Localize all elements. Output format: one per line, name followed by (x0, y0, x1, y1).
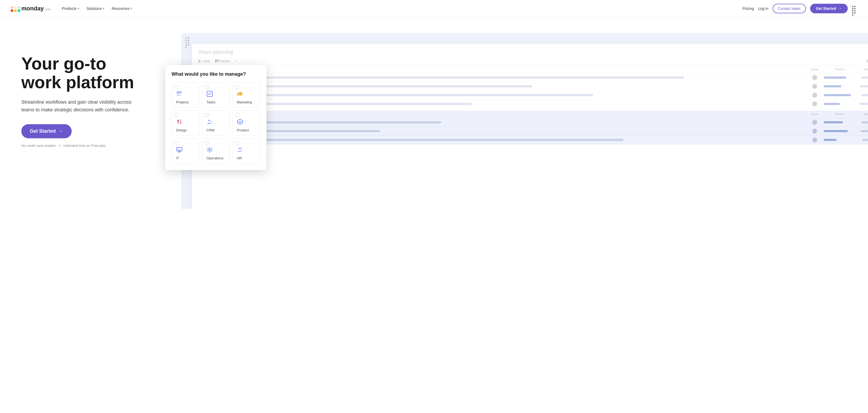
checkbox-marketing[interactable] (235, 85, 239, 89)
modal-item-it[interactable]: IT (172, 138, 199, 164)
dashboard-background: Team planning ··· Gantt Kanban + (181, 33, 868, 209)
status-bar (859, 103, 868, 105)
modal-item-projects[interactable]: Projects (172, 82, 199, 108)
hero-left: Your go-towork platform Streamline workf… (21, 33, 160, 148)
status-bar (862, 94, 868, 96)
nav-resources[interactable]: Resources ▾ (109, 5, 134, 12)
hero-title: Your go-towork platform (21, 54, 160, 92)
modal-item-hr[interactable]: HR (232, 138, 260, 164)
get-started-hero-button[interactable]: Get Started → (21, 124, 72, 138)
nav-pricing-link[interactable]: Pricing (743, 6, 754, 11)
row-owner (807, 75, 823, 80)
svg-point-5 (18, 6, 20, 9)
projects-icon (176, 91, 183, 97)
checkbox-product[interactable] (235, 113, 239, 117)
svg-point-40 (240, 148, 242, 149)
svg-marker-33 (239, 121, 241, 123)
tasks-icon-wrap (207, 91, 213, 98)
svg-point-38 (209, 149, 211, 151)
timeline-bar (824, 130, 848, 132)
svg-rect-20 (177, 92, 182, 92)
checkbox-projects[interactable] (175, 85, 178, 89)
apps-grid-icon[interactable] (852, 6, 857, 11)
modal-item-marketing[interactable]: Marketing (232, 82, 260, 108)
chevron-down-icon: ▾ (103, 7, 104, 10)
svg-rect-9 (215, 59, 216, 63)
marketing-icon-wrap (237, 91, 243, 98)
col-timeline-2: Timeline (824, 113, 856, 116)
checkbox-it[interactable] (175, 141, 178, 145)
svg-point-19 (814, 139, 815, 140)
modal-item-crm[interactable]: CRM (202, 110, 230, 136)
chevron-down-icon: ▾ (78, 7, 79, 10)
row-owner (807, 137, 823, 142)
navbar: monday.com Products ▾ Solutions ▾ Resour… (0, 0, 868, 17)
get-started-nav-button[interactable]: Get Started → (810, 4, 848, 13)
panel-header: Team planning ··· (192, 44, 868, 55)
modal-item-operations[interactable]: Operations (202, 138, 230, 164)
table-section-1: Owner Timeline Status Date + Sep 02 (192, 66, 868, 108)
svg-point-18 (814, 130, 815, 131)
hero-subtitle: Streamline workflows and gain clear visi… (21, 98, 138, 114)
dashboard-panel: Team planning ··· Gantt Kanban + (192, 44, 868, 209)
checkbox-crm[interactable] (205, 113, 209, 117)
checkbox-hr[interactable] (235, 141, 239, 145)
logo[interactable]: monday.com (11, 5, 51, 12)
tab-add[interactable]: + (235, 56, 237, 66)
col-status-2: Status (857, 113, 868, 116)
projects-label: Projects (176, 100, 189, 104)
nav-products[interactable]: Products ▾ (59, 5, 82, 12)
timeline-bar (824, 121, 843, 123)
timeline-bar (824, 139, 837, 141)
svg-rect-26 (177, 120, 179, 122)
modal-grid: Projects Tasks (172, 82, 260, 164)
status-bar (860, 85, 868, 87)
svg-point-0 (11, 9, 13, 12)
nav-login-link[interactable]: Log in (758, 6, 768, 11)
avatar-icon (813, 76, 816, 79)
modal-item-product[interactable]: Product (232, 110, 260, 136)
tasks-label: Tasks (207, 100, 215, 104)
contact-sales-button[interactable]: Contact sales (773, 4, 806, 13)
col-name (198, 68, 806, 71)
avatar-icon (813, 121, 816, 124)
svg-rect-24 (242, 93, 243, 95)
marketing-label: Marketing (237, 100, 252, 104)
status-bar (862, 121, 868, 123)
tab-gantt[interactable]: Gantt (198, 57, 210, 65)
table-section-2: Owner Timeline Status Date + Sep 02 (192, 110, 868, 145)
svg-point-15 (814, 94, 815, 95)
checkbox-operations[interactable] (205, 141, 209, 145)
svg-point-13 (814, 76, 815, 78)
modal-item-design[interactable]: Design (172, 110, 199, 136)
svg-point-3 (11, 6, 13, 9)
hr-icon-wrap (237, 147, 243, 154)
table-row: Sep 15 (192, 91, 868, 100)
row-name-bar (198, 76, 684, 78)
modal-item-tasks[interactable]: Tasks (202, 82, 230, 108)
avatar-icon (813, 138, 816, 141)
status-bar (862, 139, 868, 141)
col-owner: Owner (807, 68, 823, 71)
status-bar (861, 76, 868, 78)
checkbox-design[interactable] (175, 113, 178, 117)
table-row: Sep 02 (192, 73, 868, 82)
svg-point-39 (239, 148, 240, 149)
svg-point-4 (14, 6, 17, 9)
nav-solutions[interactable]: Solutions ▾ (84, 5, 107, 12)
projects-icon-wrap (176, 91, 183, 98)
row-owner (807, 128, 823, 134)
it-icon-wrap (176, 147, 183, 154)
design-icon (176, 119, 183, 125)
integrate-icon (866, 60, 868, 62)
svg-point-16 (814, 103, 815, 104)
checkbox-tasks[interactable] (205, 85, 209, 89)
svg-rect-27 (180, 120, 181, 121)
integrate-button[interactable]: Integrate (866, 59, 868, 62)
product-label: Product (237, 128, 249, 132)
svg-point-30 (208, 120, 210, 121)
hero-section: Your go-towork platform Streamline workf… (0, 17, 868, 413)
nav-right: Pricing Log in Contact sales Get Started… (743, 4, 857, 13)
panel-actions: Integrate Automate / 2 (866, 59, 868, 62)
tab-kanban[interactable]: Kanban (215, 57, 230, 65)
